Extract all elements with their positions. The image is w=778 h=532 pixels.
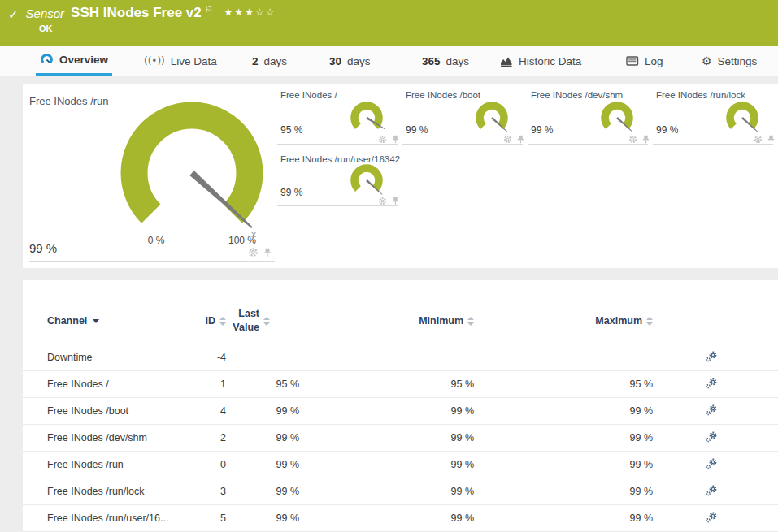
gauge-value: 99 %	[406, 124, 428, 136]
channel-id: 0	[202, 459, 226, 470]
channel-last-value: 99 %	[226, 513, 299, 524]
gauge-settings-icon[interactable]	[248, 246, 259, 261]
tab-overview-label: Overview	[59, 54, 108, 66]
channels-table: Channel ID Last Value Minimum Maximum Do…	[23, 280, 778, 532]
gauge-title: Free INodes /run/lock	[656, 90, 745, 100]
tab-30-days-label: days	[347, 55, 371, 67]
column-header-last-value-label: Last Value	[226, 307, 259, 335]
gauge-title: Free INodes /run	[29, 95, 109, 107]
gauge-tile-free-inodes-run-lock[interactable]: Free INodes /run/lock 99 %	[656, 84, 776, 145]
pin-icon[interactable]	[392, 194, 399, 209]
sort-icon	[467, 317, 474, 326]
gauge-scale-min: 0 %	[133, 235, 179, 246]
gauge-settings-icon[interactable]	[378, 194, 387, 209]
table-header-row: Channel ID Last Value Minimum Maximum	[23, 280, 778, 344]
gauge-title: Free INodes /dev/shm	[531, 90, 623, 100]
table-row[interactable]: Free INodes /run/lock 3 99 % 99 % 99 %	[23, 478, 778, 505]
channel-name: Free INodes /run/user/16...	[47, 513, 202, 524]
tile-divider	[277, 205, 398, 206]
channel-settings-icon[interactable]	[705, 457, 718, 473]
table-row[interactable]: Free INodes /run 0 99 % 99 % 99 %	[23, 452, 778, 478]
tab-30-days-number: 30	[329, 55, 341, 67]
gauge-tile-free-inodes-dev-shm[interactable]: Free INodes /dev/shm 99 %	[531, 84, 651, 145]
sensor-status-bar: ✓ Sensor SSH INodes Free v2 ⚐ ★★★☆☆ OK	[0, 0, 778, 46]
star-rating[interactable]: ★★★☆☆	[224, 6, 276, 18]
flag-icon[interactable]: ⚐	[205, 4, 213, 15]
table-row[interactable]: Downtime -4	[23, 344, 778, 371]
pin-icon[interactable]	[263, 246, 272, 261]
channel-settings-icon[interactable]	[705, 484, 718, 500]
channel-minimum: 99 %	[299, 486, 474, 497]
sort-icon	[646, 317, 653, 326]
channel-maximum: 95 %	[474, 378, 653, 390]
pin-icon[interactable]	[767, 132, 775, 147]
channel-settings-icon[interactable]	[705, 511, 718, 526]
pin-icon[interactable]	[392, 132, 399, 147]
gauge-settings-icon[interactable]	[754, 132, 763, 147]
status-check-icon: ✓	[8, 7, 19, 22]
tab-live-data-label: Live Data	[171, 55, 217, 67]
tab-log[interactable]: Log	[622, 46, 667, 76]
table-row[interactable]: Free INodes /boot 4 99 % 99 % 99 %	[23, 398, 778, 425]
channel-settings-icon[interactable]	[705, 377, 718, 392]
channel-last-value: 99 %	[226, 405, 299, 417]
column-header-minimum[interactable]: Minimum	[299, 315, 474, 327]
channel-last-value: 95 %	[226, 378, 299, 390]
tab-live-data[interactable]: ((•)) Live Data	[140, 46, 221, 76]
object-kind-label: Sensor	[26, 6, 65, 20]
channel-id: 4	[202, 405, 226, 417]
gauge-tile-free-inodes-run-user[interactable]: Free INodes /run/user/16342... 99 %	[280, 152, 401, 206]
table-row[interactable]: Free INodes /run/user/16... 5 99 % 99 % …	[23, 505, 778, 532]
gauge-icon	[40, 53, 54, 67]
channel-maximum: 99 %	[474, 459, 653, 470]
gauge-value: 95 %	[280, 124, 302, 136]
tab-30-days[interactable]: 30 days	[325, 46, 375, 76]
channel-maximum: 99 %	[474, 513, 653, 524]
table-row[interactable]: Free INodes /dev/shm 2 99 % 99 % 99 %	[23, 425, 778, 452]
sort-caret-icon	[93, 319, 99, 323]
tab-overview[interactable]: Overview	[36, 46, 112, 76]
tab-settings[interactable]: ⚙ Settings	[698, 46, 761, 76]
channel-maximum: 99 %	[474, 432, 653, 443]
tab-log-label: Log	[645, 55, 663, 67]
channel-id: 3	[202, 486, 226, 497]
broadcast-icon: ((•))	[144, 55, 165, 67]
gauge-value: 99 %	[531, 124, 553, 136]
column-header-channel[interactable]: Channel	[47, 315, 202, 327]
log-list-icon	[626, 55, 639, 67]
channel-minimum: 99 %	[299, 405, 474, 417]
tile-divider	[653, 144, 773, 145]
gauge-tile-free-inodes-root[interactable]: Free INodes / 95 %	[280, 84, 401, 145]
gauge-settings-icon[interactable]	[628, 132, 637, 147]
channel-last-value: 99 %	[226, 486, 299, 497]
pin-icon[interactable]	[642, 132, 650, 147]
channel-maximum: 99 %	[474, 405, 653, 417]
gauge-tile-free-inodes-run[interactable]: Free INodes /run x̄ 0 % 100 % 99 %	[29, 84, 275, 264]
column-header-last-value[interactable]: Last Value	[226, 307, 299, 335]
channel-settings-icon[interactable]	[705, 404, 718, 419]
channel-minimum: 99 %	[299, 513, 474, 524]
channel-id: -4	[202, 352, 226, 363]
gauge-settings-icon[interactable]	[378, 132, 387, 147]
gauge-title: Free INodes /boot	[406, 90, 480, 100]
channel-settings-icon[interactable]	[705, 350, 718, 365]
column-header-maximum[interactable]: Maximum	[474, 315, 653, 327]
tile-divider	[402, 144, 523, 145]
channel-name: Free INodes /run/lock	[47, 486, 202, 497]
column-header-maximum-label: Maximum	[595, 315, 642, 327]
gauges-panel: Free INodes /run x̄ 0 % 100 % 99 % Free …	[23, 84, 778, 268]
channel-name: Free INodes /	[47, 378, 202, 390]
pin-icon[interactable]	[517, 132, 524, 147]
tab-historic-data-label: Historic Data	[519, 55, 581, 67]
channel-minimum: 99 %	[299, 432, 474, 443]
column-header-id[interactable]: ID	[202, 315, 226, 327]
gauge-tile-free-inodes-boot[interactable]: Free INodes /boot 99 %	[406, 84, 526, 145]
channel-name: Downtime	[47, 352, 202, 363]
channel-settings-icon[interactable]	[705, 430, 718, 446]
table-row[interactable]: Free INodes / 1 95 % 95 % 95 %	[23, 371, 778, 398]
channel-name: Free INodes /run	[47, 459, 202, 470]
tab-365-days[interactable]: 365 days	[418, 46, 473, 76]
tab-2-days[interactable]: 2 days	[248, 46, 291, 76]
tab-historic-data[interactable]: Historic Data	[496, 46, 585, 76]
gauge-settings-icon[interactable]	[503, 132, 512, 147]
